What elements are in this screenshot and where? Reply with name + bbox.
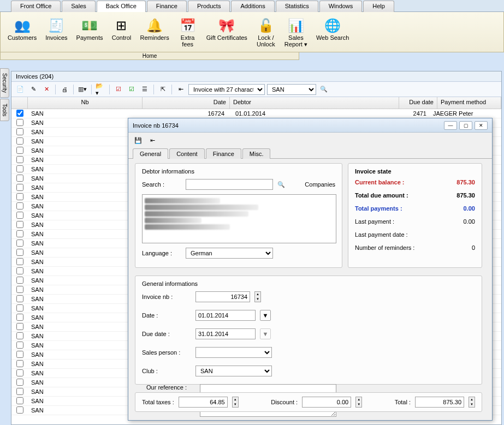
ribbon-web-search[interactable]: 🌐Web Search — [312, 14, 353, 51]
sales-person-combo[interactable] — [195, 347, 272, 358]
row-checkbox[interactable] — [16, 156, 23, 163]
row-checkbox[interactable] — [16, 202, 23, 209]
total-spinner[interactable]: ▲▼ — [469, 397, 475, 408]
columns-button[interactable]: ▥▾ — [77, 84, 88, 95]
row-checkbox[interactable] — [16, 119, 23, 126]
row-checkbox[interactable] — [16, 342, 23, 349]
maximize-button[interactable]: ▢ — [459, 121, 472, 130]
ribbon-reminders[interactable]: 🔔Reminders — [136, 14, 173, 51]
row-checkbox[interactable] — [16, 184, 23, 191]
dialog-titlebar[interactable]: Invoice nb 16734 — ▢ ✕ — [128, 118, 492, 133]
edit-button[interactable]: ✎ — [28, 84, 39, 95]
total-taxes-input[interactable] — [179, 397, 228, 408]
date-input[interactable] — [195, 310, 256, 321]
total-input[interactable] — [415, 397, 464, 408]
exit-dialog-button[interactable]: ⇤ — [147, 135, 158, 146]
filter-combo[interactable]: Invoice with 27 characte — [188, 84, 265, 95]
minimize-button[interactable]: — — [444, 121, 457, 130]
row-checkbox[interactable] — [16, 351, 23, 358]
export-button[interactable]: ⇱ — [157, 84, 168, 95]
tab-finance[interactable]: Finance — [206, 148, 241, 159]
row-checkbox[interactable] — [16, 249, 23, 256]
menu-tab-help[interactable]: Help — [363, 1, 394, 12]
row-checkbox[interactable] — [16, 147, 23, 154]
ribbon-payments[interactable]: 💵Payments — [73, 14, 107, 51]
row-checkbox[interactable] — [16, 379, 23, 386]
ribbon-invoices[interactable]: 🧾Invoices — [41, 14, 71, 51]
row-checkbox[interactable] — [16, 230, 23, 237]
row-checkbox[interactable] — [16, 277, 23, 284]
side-tab-tools[interactable]: Tools — [0, 99, 9, 121]
row-checkbox[interactable] — [16, 295, 23, 302]
ribbon-customers[interactable]: 👥Customers — [4, 14, 40, 51]
close-button[interactable]: ✕ — [475, 121, 488, 130]
check-green-button[interactable]: ☑ — [126, 84, 137, 95]
companies-link[interactable]: Companies — [305, 181, 335, 188]
col-nb[interactable]: Nb — [28, 97, 143, 109]
binoculars-icon[interactable]: 🔍 — [318, 84, 329, 95]
row-checkbox[interactable] — [16, 406, 23, 414]
ribbon-gift-certificates[interactable]: 🎀Gift Certificates — [203, 14, 251, 51]
debtor-list[interactable] — [142, 194, 336, 243]
taxes-spinner[interactable]: ▲▼ — [232, 397, 239, 408]
discount-spinner[interactable]: ▲▼ — [355, 397, 362, 408]
row-checkbox[interactable] — [16, 304, 23, 312]
tab-content[interactable]: Content — [169, 148, 205, 159]
menu-tab-statistics[interactable]: Statistics — [276, 1, 318, 12]
col-payment[interactable]: Payment method — [437, 97, 501, 109]
list-button[interactable]: ☰ — [139, 84, 150, 95]
row-checkbox[interactable] — [16, 165, 23, 172]
tab-misc[interactable]: Misc. — [242, 148, 271, 159]
row-checkbox[interactable] — [16, 369, 23, 376]
col-debtor[interactable]: Debtor — [230, 97, 399, 109]
check-red-button[interactable]: ☑ — [113, 84, 124, 95]
row-checkbox[interactable] — [16, 212, 23, 219]
row-checkbox[interactable] — [16, 137, 23, 145]
menu-tab-front-office[interactable]: Front Office — [11, 1, 61, 12]
ribbon-control[interactable]: ⊞Control — [108, 14, 135, 51]
col-date[interactable]: Date — [143, 97, 230, 109]
folder-button[interactable]: 📂▾ — [95, 84, 106, 95]
row-checkbox[interactable] — [16, 360, 23, 367]
row-checkbox[interactable] — [16, 240, 23, 247]
row-checkbox[interactable] — [16, 267, 23, 274]
ribbon-lock-unlock[interactable]: 🔓Lock / Unlock — [252, 14, 280, 51]
binoculars-icon[interactable]: 🔍 — [277, 181, 285, 188]
print-button[interactable]: 🖨 — [59, 84, 70, 95]
invoice-nb-input[interactable] — [195, 291, 250, 302]
exit-button[interactable]: ⇤ — [175, 84, 186, 95]
col-due[interactable]: Due date — [399, 97, 437, 109]
save-button[interactable]: 💾 — [133, 135, 144, 146]
row-checkbox[interactable] — [16, 128, 23, 135]
menu-tab-windows[interactable]: Windows — [319, 1, 363, 12]
language-combo[interactable]: German — [186, 248, 273, 259]
menu-tab-products[interactable]: Products — [188, 1, 230, 12]
ribbon-sales-report[interactable]: 📊Sales Report ▾ — [281, 14, 311, 51]
tab-general[interactable]: General — [133, 148, 168, 159]
row-checkbox[interactable] — [16, 193, 23, 200]
delete-button[interactable]: ✕ — [41, 84, 52, 95]
table-row[interactable]: SAN 16724 01.01.2014 2471 JAEGER Peter — [11, 109, 501, 118]
row-checkbox[interactable] — [16, 175, 23, 182]
row-checkbox[interactable] — [16, 258, 23, 265]
side-tab-security[interactable]: Security — [0, 68, 9, 98]
menu-tab-sales[interactable]: Sales — [62, 1, 96, 12]
discount-input[interactable] — [302, 397, 351, 408]
club-combo[interactable]: SAN — [267, 84, 316, 95]
date-dropdown[interactable]: ▼ — [260, 310, 271, 321]
club-combo-dialog[interactable]: SAN — [195, 366, 272, 376]
row-checkbox[interactable] — [16, 323, 23, 330]
row-checkbox[interactable] — [16, 314, 23, 321]
menu-tab-additions[interactable]: Additions — [231, 1, 274, 12]
search-input[interactable] — [186, 179, 273, 190]
menu-tab-back-office[interactable]: Back Office — [97, 1, 146, 12]
due-date-dropdown[interactable]: ▼ — [260, 328, 271, 339]
row-checkbox[interactable] — [16, 286, 23, 293]
ribbon-extra-fees[interactable]: 📅Extra fees — [174, 14, 201, 51]
new-button[interactable]: 📄 — [15, 84, 26, 95]
row-checkbox[interactable] — [16, 110, 23, 117]
row-checkbox[interactable] — [16, 397, 23, 404]
invoice-nb-spinner[interactable]: ▲▼ — [254, 291, 261, 302]
row-checkbox[interactable] — [16, 221, 23, 228]
row-checkbox[interactable] — [16, 388, 23, 395]
